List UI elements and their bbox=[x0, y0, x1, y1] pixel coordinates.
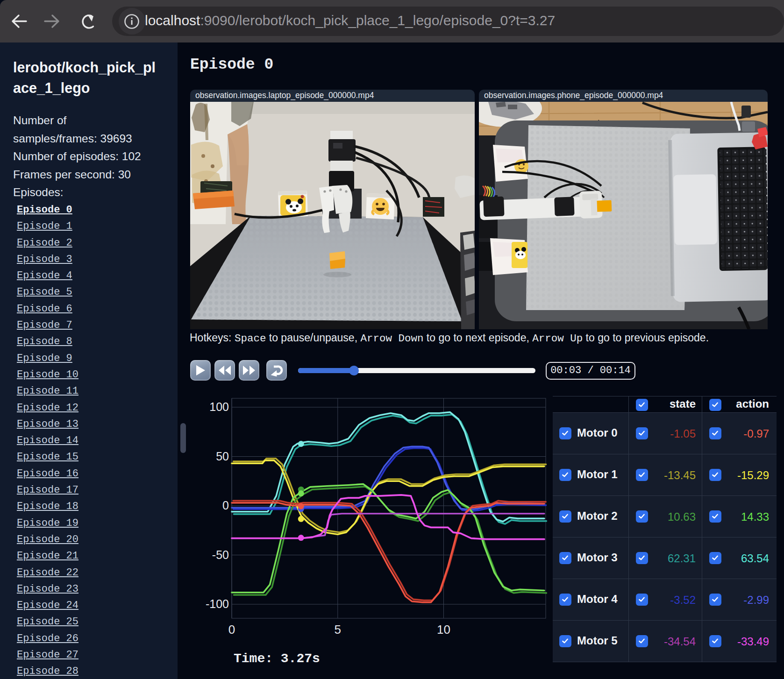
svg-text:100: 100 bbox=[209, 400, 229, 413]
svg-text:-100: -100 bbox=[206, 597, 229, 610]
svg-text:5: 5 bbox=[335, 622, 341, 637]
svg-text:Time: 3.27s: Time: 3.27s bbox=[234, 651, 320, 666]
svg-text:-50: -50 bbox=[212, 548, 229, 561]
svg-text:0: 0 bbox=[222, 499, 229, 512]
svg-text:10: 10 bbox=[437, 622, 450, 637]
svg-text:0: 0 bbox=[228, 622, 235, 637]
svg-text:50: 50 bbox=[216, 450, 229, 463]
